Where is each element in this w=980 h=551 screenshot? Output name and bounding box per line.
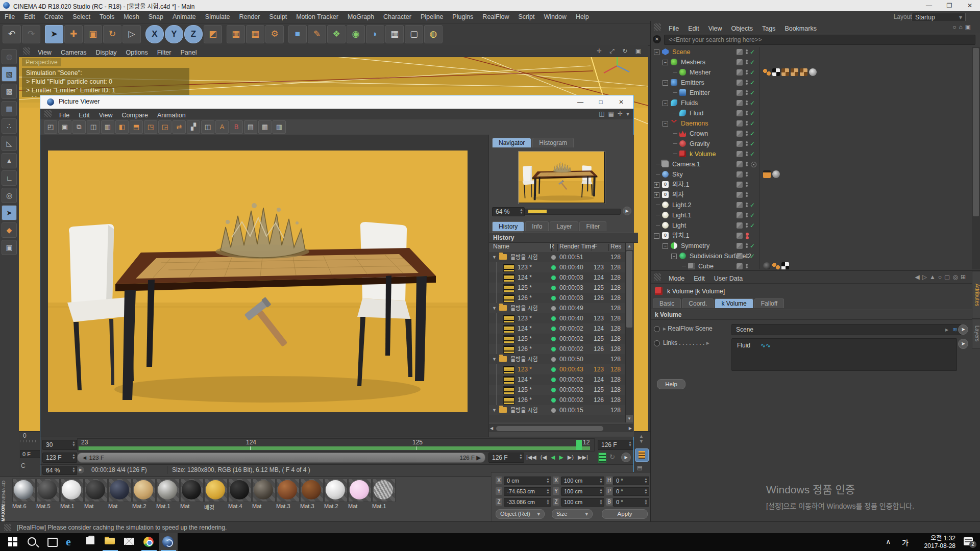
history-group-row[interactable]: ▼물방울 시험00:00:49128 bbox=[489, 303, 625, 313]
visibility-dots[interactable] bbox=[746, 110, 748, 116]
history-group-row[interactable]: ▼물방울 시험00:00:50128 bbox=[489, 354, 625, 364]
tree-row-light[interactable]: Light✓ bbox=[651, 220, 971, 231]
set-as-a-icon[interactable]: ◳ bbox=[144, 120, 157, 134]
material-mat-1[interactable]: Mat.1 bbox=[60, 479, 83, 508]
anti-alias-icon[interactable]: ▞ bbox=[187, 120, 200, 134]
kvolume-section-header[interactable]: k Volume bbox=[651, 310, 980, 320]
menu-viewport-options[interactable]: Options bbox=[121, 47, 153, 59]
material-mat-5[interactable]: Mat.5 bbox=[36, 479, 59, 508]
material-mat-4[interactable]: Mat.4 bbox=[228, 479, 251, 508]
tag-dots-orange[interactable] bbox=[763, 68, 771, 76]
tree-row-k-volume[interactable]: k Volume✓ bbox=[651, 149, 971, 159]
realflow-scene-field[interactable]: Scene ≋▸ bbox=[731, 324, 961, 335]
history-table[interactable]: ▼물방울 시험00:00:51128123 *00:00:40123128124… bbox=[489, 252, 625, 422]
menu-viewport-filter[interactable]: Filter bbox=[153, 47, 176, 59]
play-button[interactable]: ▶ bbox=[621, 453, 631, 462]
layer-toggle[interactable] bbox=[737, 59, 743, 65]
expander-minus-icon[interactable]: − bbox=[663, 80, 668, 86]
tree-row-daemons[interactable]: −Daemons✓ bbox=[651, 118, 971, 129]
frame-zero-field[interactable]: 0 F bbox=[20, 450, 40, 458]
menu-main-select[interactable]: Select bbox=[68, 11, 95, 23]
rendered-image-area[interactable] bbox=[40, 135, 488, 437]
close-button[interactable]: ✕ bbox=[960, 0, 980, 11]
visibility-dots[interactable] bbox=[746, 151, 748, 157]
tab-attr-coord[interactable]: Coord. bbox=[682, 298, 714, 308]
save-icon[interactable]: ▣ bbox=[58, 120, 71, 134]
forward-icon[interactable]: ▷ bbox=[922, 273, 929, 281]
tree-row-의자-1[interactable]: +0의자.1 bbox=[651, 180, 971, 190]
enabled-check-icon[interactable]: ✓ bbox=[750, 78, 755, 88]
coord-size-dropdown[interactable]: Size bbox=[552, 509, 593, 519]
layer-toggle[interactable] bbox=[737, 161, 743, 167]
history-frame-row[interactable]: 123 *00:00:40123128 bbox=[489, 262, 625, 272]
dock-icon[interactable]: ✛ bbox=[618, 110, 623, 117]
tree-row-subdivision-surface-2[interactable]: −Subdivision Surface.2✓ bbox=[651, 251, 971, 261]
mograph-icon[interactable]: ❖ bbox=[327, 25, 346, 43]
history-group-row[interactable]: ▼물방울 시험00:00:15128 bbox=[489, 405, 625, 415]
enabled-check-icon[interactable]: ✓ bbox=[750, 57, 755, 67]
history-vscrollbar[interactable]: ▲ ▼ bbox=[625, 243, 633, 422]
view-zoom-field[interactable]: 64 %▲▼ bbox=[42, 466, 77, 475]
tree-row-gravity[interactable]: Gravity✓ bbox=[651, 139, 971, 149]
goto-start-icon[interactable]: |◀◀ bbox=[526, 454, 536, 460]
minimize-button[interactable]: — bbox=[919, 0, 939, 11]
enabled-check-icon[interactable]: ✓ bbox=[750, 129, 755, 139]
expander-minus-icon[interactable]: − bbox=[663, 101, 668, 106]
material-mat[interactable]: Mat bbox=[108, 479, 131, 508]
search-icon[interactable]: ○ bbox=[952, 23, 959, 31]
menu-main-help[interactable]: Help bbox=[571, 11, 594, 23]
camera-icon[interactable]: ▢ bbox=[405, 25, 423, 43]
tag-clapper[interactable] bbox=[763, 170, 771, 178]
history-frame-row[interactable]: 124 *00:00:03124128 bbox=[489, 272, 625, 283]
tab-nav-navigator[interactable]: Navigator bbox=[492, 138, 531, 147]
render-picture-viewer-icon[interactable]: ▦ bbox=[246, 25, 264, 43]
tab-attr-basic[interactable]: Basic bbox=[653, 298, 681, 308]
viewport-solo-icon[interactable]: ◎ bbox=[2, 188, 17, 203]
coord-size-y-field[interactable]: 100 cm▲▼ bbox=[561, 487, 604, 496]
realflow-scene-radio[interactable] bbox=[654, 326, 660, 332]
enabled-check-icon[interactable]: ✓ bbox=[750, 47, 755, 57]
next-key-icon[interactable]: ▶) bbox=[568, 454, 574, 460]
history-frame-row[interactable]: 124 *00:00:02124128 bbox=[489, 323, 625, 334]
goto-frame-field[interactable]: 126 F▲▼ bbox=[488, 453, 524, 463]
coord-size-z-field[interactable]: 100 cm▲▼ bbox=[561, 498, 604, 507]
world-icon[interactable]: ◍ bbox=[2, 49, 17, 64]
tree-row-망치-1[interactable]: −0망치.1 bbox=[651, 231, 971, 241]
enabled-check-icon[interactable]: ✓ bbox=[750, 139, 755, 149]
current-frame-field[interactable]: 123 F▲▼ bbox=[42, 453, 77, 463]
visibility-dots[interactable] bbox=[746, 161, 748, 167]
frame-ruler[interactable]: 23 124 125 12 bbox=[77, 438, 595, 452]
expander-plus-icon[interactable]: + bbox=[654, 192, 659, 198]
enabled-check-icon[interactable]: ✓ bbox=[750, 220, 755, 231]
layer-toggle[interactable] bbox=[737, 90, 743, 96]
tree-scrollbar[interactable] bbox=[972, 47, 980, 269]
expander-plus-icon[interactable]: + bbox=[654, 182, 659, 188]
taskbar-start-icon[interactable] bbox=[4, 533, 22, 551]
visibility-dots[interactable] bbox=[746, 90, 748, 95]
menu-main-realflow[interactable]: RealFlow bbox=[478, 11, 513, 23]
visibility-dots[interactable] bbox=[746, 59, 748, 65]
lock-icon[interactable]: ▣ bbox=[2, 240, 17, 255]
notification-icon[interactable]: 2 bbox=[964, 537, 973, 545]
expander-minus-icon[interactable]: − bbox=[663, 121, 668, 127]
tab-attr-falloff[interactable]: Falloff bbox=[754, 298, 784, 308]
pv-maximize-button[interactable]: □ bbox=[591, 95, 611, 109]
coord-system-icon[interactable]: ◩ bbox=[204, 25, 222, 43]
links-picker[interactable]: ➤ bbox=[958, 339, 968, 349]
menu-main-tools[interactable]: Tools bbox=[95, 11, 119, 23]
history-hscrollbar[interactable]: ◀ ▶ bbox=[489, 424, 633, 432]
tag-tex-sphere[interactable] bbox=[809, 68, 817, 76]
last-tool-icon[interactable]: ▷ bbox=[122, 25, 141, 43]
material-mat-6[interactable]: Mat.6 bbox=[12, 479, 35, 508]
side-tab-layers[interactable]: Layers bbox=[972, 319, 980, 348]
new-panel-icon[interactable]: ⊞ bbox=[961, 273, 968, 281]
visibility-dots[interactable] bbox=[746, 141, 748, 146]
enabled-check-icon[interactable]: ✓ bbox=[750, 241, 755, 251]
prev-key-icon[interactable]: (◀ bbox=[541, 454, 547, 460]
expander-minus-icon[interactable]: − bbox=[663, 243, 668, 249]
material-mat[interactable]: Mat bbox=[180, 479, 203, 508]
tag-checker-bw[interactable] bbox=[772, 68, 780, 76]
history-group-row[interactable]: ▼물방울 시험00:00:51128 bbox=[489, 252, 625, 262]
play-backward-icon[interactable]: ◀ bbox=[551, 454, 555, 460]
apply-button[interactable]: Apply bbox=[602, 509, 648, 519]
